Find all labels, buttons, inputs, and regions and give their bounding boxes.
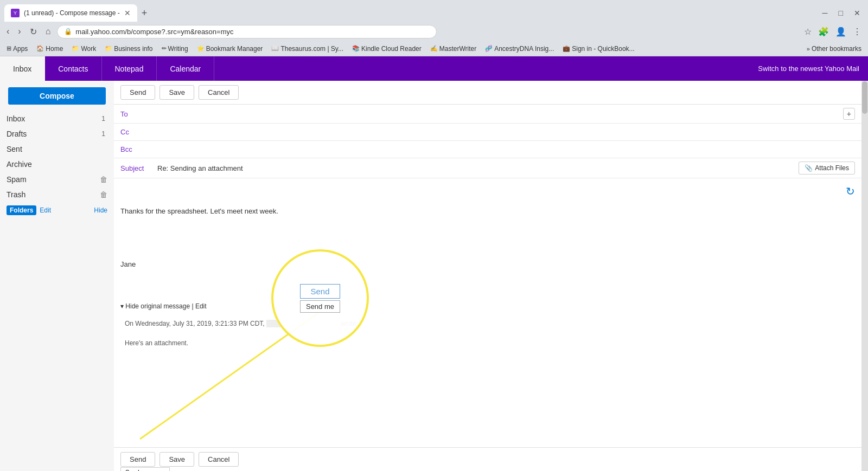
address-text: mail.yahoo.com/b/compose?.src=ym&reason=…	[75, 28, 233, 36]
profile-icon[interactable]: 👤	[833, 25, 848, 38]
folders-hide-link[interactable]: Hide	[94, 207, 107, 214]
compose-button[interactable]: Compose	[8, 87, 106, 105]
drafts-count: 1	[101, 130, 105, 138]
compose-top-toolbar: Send Save Cancel	[114, 81, 861, 105]
bcc-field-row: Bcc	[114, 141, 861, 158]
cancel-button-top[interactable]: Cancel	[199, 85, 239, 100]
to-label: To	[120, 110, 142, 118]
original-wrote: wrote:	[341, 320, 359, 327]
bookmark-other[interactable]: » Other bookmarks	[805, 44, 864, 54]
add-to-button[interactable]: +	[843, 108, 855, 120]
cc-field-row: Cc	[114, 124, 861, 141]
bookmark-masterwriter[interactable]: ✍ MasterWriter	[428, 44, 478, 54]
compose-bottom-toolbar: Send Save Cancel Send message	[114, 447, 861, 471]
attach-icon: 📎	[805, 164, 813, 172]
sent-label: Sent	[7, 145, 107, 153]
trash-label: Trash	[7, 190, 100, 199]
to-field-row: To +	[114, 105, 861, 124]
sidebar-item-drafts[interactable]: Drafts 1	[0, 126, 114, 141]
back-button[interactable]: ‹	[4, 25, 11, 37]
sidebar-item-trash[interactable]: Trash 🗑	[0, 187, 114, 202]
bookmark-home[interactable]: 🏠 Home	[34, 44, 65, 54]
bookmark-quickbooks[interactable]: 💼 Sign in - QuickBook...	[560, 44, 636, 54]
tab-close-btn[interactable]: ✕	[124, 9, 131, 17]
close-button[interactable]: ✕	[851, 8, 864, 18]
attach-files-button[interactable]: 📎 Attach Files	[799, 162, 855, 175]
switch-to-newest[interactable]: Switch to the newest Yahoo Mail	[758, 64, 868, 73]
body-line1: Thanks for the spreadsheet. Let's meet n…	[120, 206, 855, 217]
compose-body: To + Cc Bcc Subject Re: Sending an attac…	[114, 105, 861, 471]
bookmarks-bar: ⊞ Apps 🏠 Home 📁 Work 📁 Business info ✏ W…	[0, 41, 868, 56]
collapse-icon: ▾	[120, 302, 125, 310]
bookmark-work[interactable]: 📁 Work	[69, 44, 98, 54]
bookmark-writing[interactable]: ✏ Writing	[159, 44, 190, 54]
spam-trash-icon: 🗑	[100, 175, 107, 184]
extensions-icon[interactable]: 🧩	[816, 25, 831, 38]
folders-section: Folders Edit Hide	[0, 202, 114, 218]
save-button-top[interactable]: Save	[159, 85, 194, 100]
bookmark-business[interactable]: 📁 Business info	[103, 44, 155, 54]
message-area[interactable]: Thanks for the spreadsheet. Let's meet n…	[114, 178, 861, 447]
bookmark-kindle[interactable]: 📚 Kindle Cloud Reader	[350, 44, 424, 54]
tab-contacts[interactable]: Contacts	[45, 56, 101, 81]
tab-notepad[interactable]: Notepad	[102, 56, 157, 81]
inbox-label: Inbox	[7, 114, 101, 123]
bcc-label: Bcc	[120, 145, 142, 153]
body-signature: Jane	[120, 259, 855, 270]
send-tooltip: Send message	[120, 467, 170, 471]
spam-label: Spam	[7, 175, 100, 184]
original-date: On Wednesday, July 31, 2019, 3:21:33 PM …	[125, 320, 265, 327]
sidebar-item-sent[interactable]: Sent	[0, 141, 114, 157]
lock-icon: 🔒	[64, 28, 72, 35]
home-button[interactable]: ⌂	[43, 25, 53, 37]
scrollbar[interactable]	[861, 81, 868, 471]
save-button-bottom[interactable]: Save	[159, 452, 194, 467]
sidebar: Compose Inbox 1 Drafts 1 Sent Archive Sp…	[0, 81, 114, 471]
new-tab-button[interactable]: +	[137, 8, 152, 19]
bookmark-manager[interactable]: ⭐ Bookmark Manager	[195, 44, 265, 54]
inbox-count: 1	[101, 115, 105, 122]
browser-tab[interactable]: Y (1 unread) - Compose message - ✕	[4, 4, 137, 22]
tab-calendar[interactable]: Calendar	[157, 56, 214, 81]
sidebar-item-spam[interactable]: Spam 🗑	[0, 172, 114, 187]
subject-value: Re: Sending an attachment	[157, 164, 799, 172]
edit-link[interactable]: Edit	[195, 302, 207, 310]
minimize-button[interactable]: ─	[819, 8, 831, 18]
tab-inbox[interactable]: Inbox	[0, 56, 45, 81]
maximize-button[interactable]: □	[835, 8, 846, 18]
bookmark-icon[interactable]: ☆	[802, 25, 814, 38]
cancel-button-bottom[interactable]: Cancel	[199, 452, 239, 467]
address-bar[interactable]: 🔒 mail.yahoo.com/b/compose?.src=ym&reaso…	[57, 25, 437, 38]
message-body: Thanks for the spreadsheet. Let's meet n…	[120, 185, 855, 291]
yahoo-nav: Inbox Contacts Notepad Calendar Switch t…	[0, 56, 868, 81]
refresh-message-button[interactable]: ↻	[846, 185, 855, 198]
more-icon[interactable]: ⋮	[851, 25, 864, 38]
original-toggle[interactable]: ▾ Hide original message | Edit	[120, 301, 855, 311]
bookmark-ancestry[interactable]: 🧬 AncestryDNA Insig...	[483, 44, 556, 54]
subject-label: Subject	[120, 164, 153, 172]
tab-title: (1 unread) - Compose message -	[24, 9, 120, 17]
cc-label: Cc	[120, 128, 142, 136]
scrollbar-thumb[interactable]	[862, 81, 867, 114]
tab-favicon: Y	[11, 9, 20, 17]
archive-label: Archive	[7, 160, 107, 169]
compose-area: Send Save Cancel To + Cc Bcc	[114, 81, 861, 471]
drafts-label: Drafts	[7, 130, 101, 138]
refresh-button[interactable]: ↻	[28, 25, 39, 38]
send-button-bottom[interactable]: Send	[120, 452, 155, 467]
sidebar-item-inbox[interactable]: Inbox 1	[0, 111, 114, 126]
trash-trash-icon: 🗑	[100, 190, 107, 199]
original-body: Here's an attachment.	[125, 338, 851, 348]
forward-button[interactable]: ›	[16, 25, 23, 37]
send-button-top[interactable]: Send	[120, 85, 155, 100]
to-input[interactable]	[146, 110, 843, 118]
folders-label: Folders	[7, 205, 36, 215]
folders-edit-link[interactable]: Edit	[40, 207, 51, 214]
original-message: On Wednesday, July 31, 2019, 3:21:33 PM …	[120, 314, 855, 352]
subject-row: Subject Re: Sending an attachment 📎 Atta…	[114, 158, 861, 178]
sidebar-item-archive[interactable]: Archive	[0, 157, 114, 172]
bookmark-thesaurus[interactable]: 📖 Thesaurus.com | Sy...	[269, 44, 346, 54]
bookmark-apps[interactable]: ⊞ Apps	[4, 44, 30, 54]
